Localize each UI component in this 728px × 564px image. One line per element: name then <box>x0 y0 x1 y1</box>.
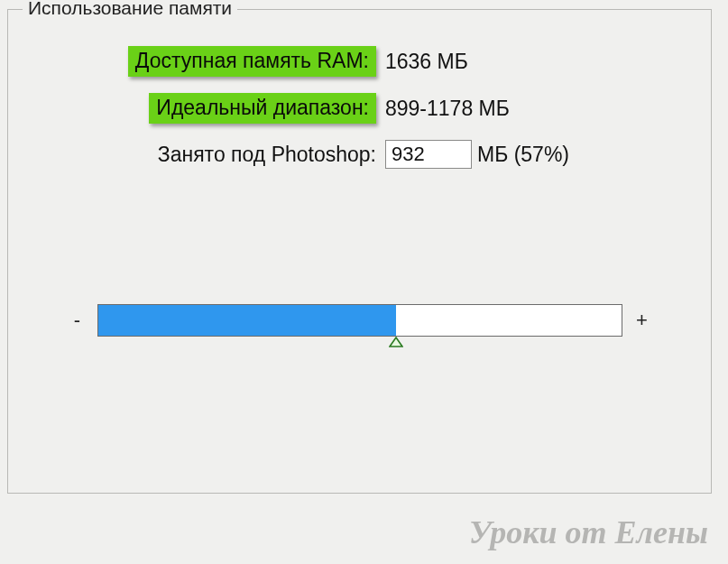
slider-plus-button[interactable]: + <box>633 304 651 337</box>
slider-minus-button[interactable]: - <box>69 304 87 337</box>
label-col: Занято под Photoshop: <box>8 143 385 167</box>
memory-slider-area: - + <box>8 304 711 337</box>
row-available-ram: Доступная память RAM: 1636 МБ <box>8 46 711 77</box>
watermark-text: Уроки от Елены <box>469 513 708 551</box>
row-ideal-range: Идеальный диапазон: 899-1178 МБ <box>8 93 711 124</box>
settings-rows: Доступная память RAM: 1636 МБ Идеальный … <box>8 10 711 169</box>
ideal-range-label: Идеальный диапазон: <box>149 93 376 124</box>
memory-input[interactable] <box>385 140 472 169</box>
slider-wrap <box>97 304 622 337</box>
row-used-by-photoshop: Занято под Photoshop: МБ (57%) <box>8 140 711 169</box>
label-col: Доступная память RAM: <box>8 46 385 77</box>
group-title: Использование памяти <box>23 0 237 19</box>
ideal-range-value: 899-1178 МБ <box>385 97 510 121</box>
available-ram-label: Доступная память RAM: <box>128 46 376 77</box>
used-suffix: МБ (57%) <box>477 143 569 167</box>
memory-slider-thumb[interactable] <box>389 337 403 347</box>
used-label: Занято под Photoshop: <box>158 143 376 167</box>
used-value-col: МБ (57%) <box>385 140 569 169</box>
memory-slider-track[interactable] <box>97 304 622 337</box>
memory-slider-fill <box>98 305 397 336</box>
label-col: Идеальный диапазон: <box>8 93 385 124</box>
svg-marker-0 <box>390 337 402 347</box>
memory-usage-group: Использование памяти Доступная память RA… <box>7 9 712 494</box>
available-ram-value: 1636 МБ <box>385 50 468 74</box>
